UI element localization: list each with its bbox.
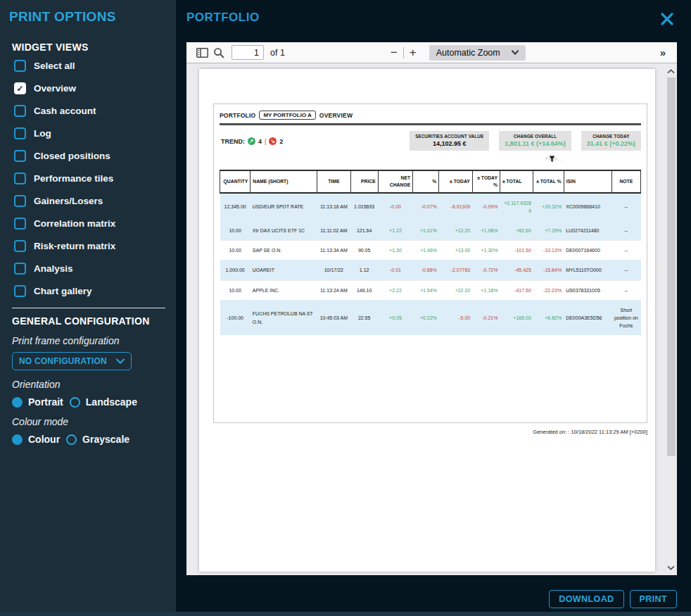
column-header: ± TODAY [439,170,472,193]
sidebar-item-risk-return-matrix[interactable]: Risk-return matrix [14,240,176,252]
download-button[interactable]: DOWNLOAD [549,590,623,608]
table-cell: -- [611,241,640,260]
radio-label: Grayscale [82,434,129,445]
stat-value: 1,801.11 € (+14.64%) [505,140,565,147]
table-cell: Short position on Fuchs [611,300,640,335]
stat-securities-account-value: SECURITIES ACCOUNT VALUE 14,102.95 € [410,131,489,151]
sidebar-item-select-all[interactable]: Select all [14,60,176,72]
table-cell: USD/EUR SPOT RATE [251,193,317,221]
table-cell: 1,000.00 [220,260,251,280]
table-cell: -2.07783 [439,260,472,280]
table-cell: -45.425 [500,260,533,280]
table-cell: +7.29% [533,221,564,241]
column-header: ± TOTAL % [533,170,564,193]
sidebar-item-correlation-matrix[interactable]: Correlation matrix [14,218,176,230]
table-cell: -22.23% [533,280,564,300]
pdf-toolbar: of 1 − + Automatic Zoom » [186,42,677,63]
sidebar-item-gainers-losers[interactable]: Gainers/Losers [14,195,176,207]
table-cell: +1.30% [472,241,500,260]
checkbox-label: Analysis [34,263,73,274]
table-cell: +1.18% [472,280,500,300]
checkbox-unchecked-icon[interactable] [14,150,26,162]
table-cell: 11:13:34 AM [317,241,350,260]
table-cell: -417.50 [500,280,533,300]
radio-button-icon[interactable] [70,397,80,408]
print-button[interactable]: PRINT [630,590,678,608]
toolbar-expand-icon[interactable]: » [660,46,666,58]
generated-on-text: Generated on: : 10/18/2022 11:13:29 AM [… [213,429,647,435]
chevron-down-icon [116,358,125,364]
table-cell: -- [611,280,640,300]
sidebar-item-closed-positions[interactable]: Closed positions [14,150,176,162]
sidebar-item-cash-account[interactable]: Cash account [14,105,176,117]
checkbox-unchecked-icon[interactable] [14,240,26,252]
table-cell: APPLE INC. [251,280,317,300]
column-header: ± TOTAL [500,170,533,193]
widget-views-heading: WIDGET VIEWS [0,25,176,53]
radio-colour[interactable]: Colour [12,434,60,445]
sidebar-item-chart-gallery[interactable]: Chart gallery [14,285,176,297]
table-cell: +2,117.93289 [500,193,533,221]
sidebar-item-log[interactable]: Log [14,127,176,139]
table-cell: +2.22 [378,280,412,300]
dialog-title: PORTFOLIO [176,0,691,25]
checkbox-unchecked-icon[interactable] [14,60,26,72]
radio-grayscale[interactable]: Grayscale [66,434,129,445]
sidebar-item-analysis[interactable]: Analysis [14,263,176,275]
checkbox-unchecked-icon[interactable] [14,263,26,275]
table-cell: 11:13:16 AM [317,193,350,221]
report-header: PORTFOLIO MY PORTFOLIO A OVERVIEW [220,109,641,120]
radio-label: Colour [28,434,60,445]
table-cell: -5.00 [439,300,472,335]
radio-button-icon[interactable] [66,434,77,445]
table-cell: 11:13:24 AM [317,280,350,300]
close-icon[interactable] [660,12,674,26]
table-cell: 10.00 [220,280,251,300]
zoom-in-button[interactable]: + [404,46,422,58]
zoom-out-button[interactable]: − [385,46,403,58]
scrollbar-track[interactable] [667,76,676,562]
colour-mode-label: Colour mode [0,408,176,427]
table-cell: +22.20 [439,280,472,300]
table-cell: -0.09% [472,193,500,221]
widget-views-list: Select all✓OverviewCash accountLogClosed… [0,53,176,297]
table-cell: +13.00 [439,241,472,260]
account-stats: SECURITIES ACCOUNT VALUE 14,102.95 € CHA… [410,131,641,151]
checkbox-unchecked-icon[interactable] [14,127,26,139]
checkbox-label: Log [34,128,51,139]
column-header: ± TODAY % [472,170,500,193]
scrollbar-thumb[interactable] [667,77,676,456]
table-cell: -101.50 [500,241,533,260]
checkbox-unchecked-icon[interactable] [14,105,26,117]
search-icon[interactable] [210,45,227,61]
sidebar-item-performance-tiles[interactable]: Performance tiles [14,172,176,184]
radio-button-icon[interactable] [12,434,23,445]
portfolio-table: QUANTITYNAME (SHORT)TIMEPRICENET CHANGE%… [220,170,641,335]
table-cell: Xtr DAX UCITS ETF 1C [251,221,317,241]
stat-label: SECURITIES ACCOUNT VALUE [415,134,483,139]
radio-button-icon[interactable] [12,397,23,408]
print-frame-configuration-value: NO CONFIGURATION [19,356,107,366]
checkbox-unchecked-icon[interactable] [14,195,26,207]
scroll-down-icon[interactable] [666,562,676,572]
viewer-scrollbar [666,66,676,572]
table-cell: +82.60 [500,221,533,241]
table-cell: +1.22 [378,221,412,241]
checkbox-unchecked-icon[interactable] [14,285,26,297]
checkbox-checked-icon[interactable]: ✓ [14,82,26,94]
checkbox-unchecked-icon[interactable] [14,218,26,230]
checkbox-unchecked-icon[interactable] [14,172,26,184]
zoom-level-select[interactable]: Automatic Zoom [429,45,526,61]
sidebar-toggle-icon[interactable] [194,45,210,61]
chevron-down-icon [512,50,519,55]
sidebar-item-overview[interactable]: ✓Overview [14,82,176,94]
page-number-input[interactable] [232,45,264,60]
table-cell: -- [611,221,640,241]
column-header: TIME [317,170,350,193]
scroll-up-icon[interactable] [666,66,676,76]
radio-portrait[interactable]: Portrait [12,396,63,408]
print-frame-configuration-select[interactable]: NO CONFIGURATION [12,352,132,370]
radio-landscape[interactable]: Landscape [70,396,137,408]
table-cell: 146.10 [350,280,378,300]
dialog-actions: DOWNLOAD PRINT [549,590,677,608]
